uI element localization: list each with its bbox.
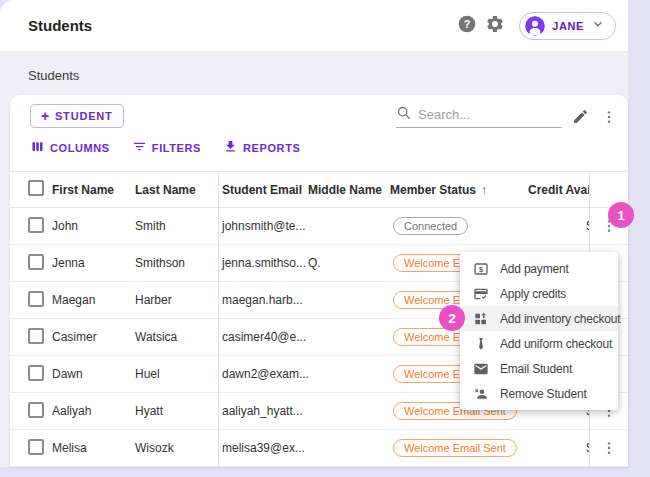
payment-icon: $ [473, 261, 489, 277]
member-status-header-label: Member Status [390, 183, 476, 197]
cell-student-email: casimer40@e... [218, 330, 300, 344]
cell-first-name: John [52, 219, 135, 233]
columns-label: COLUMNS [50, 142, 110, 154]
menu-item-label: Add uniform checkout [500, 337, 612, 351]
apply-credits-icon [473, 286, 489, 302]
column-header-credit-available[interactable]: Credit Available [520, 183, 589, 197]
help-icon: ? [457, 14, 477, 37]
cell-student-email: jenna.smithso... [218, 256, 300, 270]
user-name-label: JANE [552, 20, 584, 32]
columns-button[interactable]: COLUMNS [30, 139, 110, 156]
settings-button[interactable] [481, 12, 509, 40]
menu-item-label: Remove Student [500, 387, 587, 401]
column-header-member-status[interactable]: Member Status ↑ [375, 182, 520, 197]
filters-button[interactable]: FILTERS [132, 139, 201, 156]
filter-icon [132, 139, 147, 156]
gear-icon [485, 14, 505, 37]
cell-last-name: Hyatt [135, 404, 218, 418]
add-student-label: STUDENT [55, 110, 113, 122]
chevron-down-icon [591, 17, 605, 35]
cell-first-name: Dawn [52, 367, 135, 381]
remove-person-icon [473, 386, 489, 402]
menu-item-apply-credits[interactable]: Apply credits [460, 281, 618, 306]
add-student-button[interactable]: + STUDENT [30, 104, 124, 128]
member-status-badge: Connected [393, 217, 468, 235]
menu-item-email-student[interactable]: Email Student [460, 356, 618, 381]
cell-last-name: Smithson [135, 256, 218, 270]
column-header-student-email[interactable]: Student Email [218, 183, 300, 197]
cell-last-name: Wisozk [135, 441, 218, 455]
row-actions-button[interactable] [595, 434, 623, 462]
sort-ascending-icon: ↑ [481, 182, 488, 197]
cell-last-name: Huel [135, 367, 218, 381]
cell-first-name: Maegan [52, 293, 135, 307]
envelope-icon [473, 361, 489, 377]
uniform-tie-icon [473, 336, 489, 352]
cell-credit-available: $ [520, 441, 589, 455]
cell-first-name: Aaliyah [52, 404, 135, 418]
search-icon [396, 105, 412, 125]
cell-last-name: Watsica [135, 330, 218, 344]
columns-icon [30, 139, 45, 156]
row-checkbox[interactable] [28, 328, 44, 344]
download-icon [223, 139, 238, 156]
cell-student-email: johnsmith@te... [218, 219, 300, 233]
row-checkbox[interactable] [28, 365, 44, 381]
select-all-checkbox[interactable] [28, 180, 44, 196]
annotation-step-2: 2 [439, 305, 465, 331]
page-title: Students [28, 17, 453, 34]
pinned-left-divider [218, 171, 219, 467]
menu-item-add-inventory-checkout[interactable]: Add inventory checkout [460, 306, 618, 331]
cell-last-name: Harber [135, 293, 218, 307]
filters-label: FILTERS [152, 142, 201, 154]
cell-last-name: Smith [135, 219, 218, 233]
svg-text:$: $ [479, 264, 483, 273]
column-header-first-name[interactable]: First Name [52, 183, 135, 197]
pencil-icon [572, 108, 589, 128]
row-checkbox[interactable] [28, 402, 44, 418]
search-input[interactable] [418, 107, 548, 122]
cell-credit-available: $ [520, 219, 589, 233]
table-row: John Smith johnsmith@te... Connected $ [10, 208, 628, 245]
menu-item-add-payment[interactable]: $ Add payment [460, 256, 618, 281]
cell-student-email: melisa39@ex... [218, 441, 300, 455]
svg-text:?: ? [464, 18, 471, 30]
plus-icon: + [41, 109, 50, 123]
user-avatar-icon [525, 16, 545, 36]
breadcrumb: Students [28, 68, 79, 83]
cell-first-name: Casimer [52, 330, 135, 344]
menu-item-remove-student[interactable]: Remove Student [460, 381, 618, 406]
row-checkbox[interactable] [28, 439, 44, 455]
kebab-menu-icon [601, 109, 617, 128]
row-checkbox[interactable] [28, 291, 44, 307]
column-header-middle-name[interactable]: Middle Name [300, 183, 375, 197]
menu-item-add-uniform-checkout[interactable]: Add uniform checkout [460, 331, 618, 356]
table-row: Melisa Wisozk melisa39@ex... Welcome Ema… [10, 430, 628, 467]
table-options-button[interactable] [595, 104, 623, 132]
cell-first-name: Melisa [52, 441, 135, 455]
annotation-step-1: 1 [608, 202, 634, 228]
inventory-icon [473, 311, 489, 327]
cell-student-email: dawn2@exam... [218, 367, 300, 381]
edit-button[interactable] [566, 104, 594, 132]
reports-button[interactable]: REPORTS [223, 139, 300, 156]
member-status-badge: Welcome Email Sent [393, 439, 517, 457]
menu-item-label: Apply credits [500, 287, 566, 301]
row-context-menu: $ Add payment Apply credits Add inventor… [460, 252, 618, 410]
row-checkbox[interactable] [28, 254, 44, 270]
column-header-last-name[interactable]: Last Name [135, 183, 218, 197]
user-menu-button[interactable]: JANE [519, 12, 616, 40]
cell-first-name: Jenna [52, 256, 135, 270]
menu-item-label: Email Student [500, 362, 572, 376]
row-checkbox[interactable] [28, 217, 44, 233]
reports-label: REPORTS [243, 142, 300, 154]
menu-item-label: Add inventory checkout [500, 312, 620, 326]
search-field [396, 102, 562, 128]
menu-item-label: Add payment [500, 262, 569, 276]
view-controls: COLUMNS FILTERS REPORTS [30, 139, 300, 156]
table-header-row: First Name Last Name Student Email Middl… [10, 171, 628, 208]
cell-student-email: aaliyah_hyatt... [218, 404, 300, 418]
app-header: Students ? JANE [0, 0, 628, 52]
help-button[interactable]: ? [453, 12, 481, 40]
cell-middle-name: Q. [300, 256, 375, 270]
